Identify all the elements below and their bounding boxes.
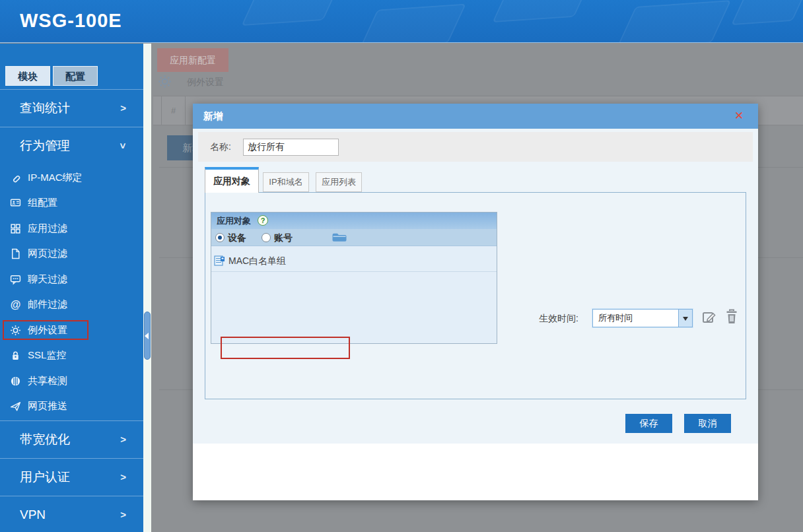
dialog-footer-area — [193, 444, 758, 500]
top-header: WSG-100E — [0, 0, 803, 43]
chat-icon — [9, 274, 22, 285]
item-label: IP-MAC绑定 — [28, 172, 83, 184]
sidebar-item-chat-filter[interactable]: 聊天过滤 — [0, 267, 143, 292]
section-label: 用户认证 — [20, 470, 70, 484]
item-label: 例外设置 — [28, 324, 67, 337]
sidebar-tab-config[interactable]: 配置 — [53, 66, 98, 86]
sidebar-collapse-handle[interactable] — [144, 312, 151, 360]
lock-icon — [9, 350, 22, 361]
item-label: 聊天过滤 — [28, 273, 67, 286]
box-header: 应用对象 ? — [211, 213, 497, 229]
gear-icon — [158, 75, 172, 88]
grid-icon — [9, 223, 22, 234]
breadcrumb: 例外设置 — [187, 77, 224, 88]
send-icon — [9, 401, 22, 412]
list-item-label: MAC白名单组 — [228, 250, 286, 271]
application-object-box: 应用对象 ? 设备 账号 — [211, 212, 497, 344]
folder-icon[interactable] — [332, 232, 347, 243]
object-list: MAC白名单组 — [211, 246, 497, 344]
object-type-row: 设备 账号 — [211, 229, 497, 246]
collapse-arrow-icon — [145, 333, 149, 339]
section-label: 行为管理 — [20, 139, 70, 152]
sidebar-section-query-stats[interactable]: 查询统计 > — [0, 89, 143, 126]
sidebar-collapse-strip — [143, 44, 151, 532]
tab-ip-and-domain[interactable]: IP和域名 — [263, 172, 309, 192]
gear-icon — [9, 325, 22, 336]
at-icon: @ — [9, 299, 22, 310]
globe-icon — [9, 376, 22, 387]
id-card-icon — [9, 197, 22, 209]
sidebar-item-exception-settings[interactable]: 例外设置 — [0, 317, 143, 343]
sidebar-section-user-auth[interactable]: 用户认证 > — [0, 458, 143, 495]
page-icon — [9, 248, 22, 259]
header-pattern — [492, 0, 590, 22]
item-label: 网页过滤 — [28, 248, 67, 260]
apply-new-config-button[interactable]: 应用新配置 — [157, 48, 228, 72]
radio-device[interactable] — [215, 233, 225, 242]
effective-time-label: 生效时间: — [539, 313, 578, 325]
radio-account[interactable] — [262, 233, 271, 242]
box-title: 应用对象 — [217, 213, 251, 229]
sidebar-item-mail-filter[interactable]: @邮件过滤 — [0, 292, 143, 318]
sidebar-item-ip-mac-binding[interactable]: IP-MAC绑定 — [0, 165, 143, 191]
sidebar-item-share-detect[interactable]: 共享检测 — [0, 368, 143, 394]
radio-device-label: 设备 — [228, 229, 246, 246]
trash-icon[interactable] — [725, 309, 738, 325]
tab-application-list[interactable]: 应用列表 — [316, 172, 362, 192]
sidebar-item-app-filter[interactable]: 应用过滤 — [0, 216, 143, 242]
name-input[interactable] — [243, 139, 339, 156]
add-dialog: 新增 ✕ 名称: 应用对象 IP和域名 应用列表 应用对象 ? 设备 — [193, 104, 758, 500]
application-window: WSG-100E 模块 配置 查询统计 > 行为管理 > IP-MAC绑定 组配 — [0, 0, 803, 532]
sidebar: 模块 配置 查询统计 > 行为管理 > IP-MAC绑定 组配置 — [0, 44, 143, 532]
list-item-mac-whitelist-group[interactable]: MAC白名单组 — [211, 250, 497, 272]
sidebar-item-ssl-monitor[interactable]: SSL监控 — [0, 343, 143, 369]
chevron-right-icon: > — [120, 496, 126, 532]
edit-icon[interactable] — [702, 310, 716, 324]
chevron-right-icon: > — [120, 421, 126, 458]
tab-application-object[interactable]: 应用对象 — [205, 167, 259, 193]
sidebar-item-web-push[interactable]: 网页推送 — [0, 394, 143, 420]
behavior-submenu: IP-MAC绑定 组配置 应用过滤 网页过滤 聊天过滤 — [0, 165, 143, 419]
close-icon[interactable]: ✕ — [732, 109, 746, 123]
sidebar-section-behavior-mgmt[interactable]: 行为管理 > — [0, 127, 143, 164]
item-label: 网页推送 — [28, 400, 67, 413]
sidebar-item-group-config[interactable]: 组配置 — [0, 191, 143, 216]
item-label: 共享检测 — [28, 375, 67, 387]
header-pattern — [616, 0, 732, 43]
dialog-title: 新增 — [203, 104, 223, 129]
chevron-right-icon: > — [120, 459, 126, 496]
sidebar-item-web-filter[interactable]: 网页过滤 — [0, 242, 143, 267]
chevron-right-icon: > — [120, 90, 126, 127]
section-label: 查询统计 — [20, 101, 70, 115]
app-title: WSG-100E — [20, 0, 122, 43]
item-label: SSL监控 — [28, 349, 66, 362]
help-icon[interactable]: ? — [258, 215, 268, 226]
table-header-hash: # — [161, 96, 186, 125]
name-field-row: 名称: — [198, 132, 753, 162]
effective-time-select[interactable]: 所有时间 — [592, 309, 693, 327]
save-button[interactable]: 保存 — [625, 414, 672, 433]
dropdown-arrow-icon — [678, 310, 692, 327]
section-label: VPN — [20, 508, 46, 521]
cancel-button[interactable]: 取消 — [684, 414, 731, 433]
link-icon — [9, 172, 22, 183]
sidebar-section-bandwidth[interactable]: 带宽优化 > — [0, 420, 143, 457]
name-label: 名称: — [210, 132, 231, 162]
dialog-tab-bar: 应用对象 IP和域名 应用列表 — [193, 167, 758, 192]
item-label: 邮件过滤 — [28, 298, 67, 311]
section-label: 带宽优化 — [20, 432, 70, 446]
group-card-icon — [214, 255, 225, 267]
tab-panel: 应用对象 ? 设备 账号 — [205, 192, 746, 399]
dialog-header: 新增 ✕ — [193, 104, 758, 129]
header-pattern — [241, 0, 339, 26]
item-label: 应用过滤 — [28, 222, 67, 235]
header-pattern — [359, 4, 466, 43]
chevron-down-icon: > — [105, 143, 142, 149]
radio-account-label: 账号 — [274, 229, 293, 246]
sidebar-section-vpn[interactable]: VPN > — [0, 496, 143, 532]
item-label: 组配置 — [28, 197, 57, 209]
header-pattern — [731, 0, 803, 25]
effective-time-value: 所有时间 — [598, 310, 633, 327]
sidebar-tab-modules[interactable]: 模块 — [5, 66, 50, 86]
